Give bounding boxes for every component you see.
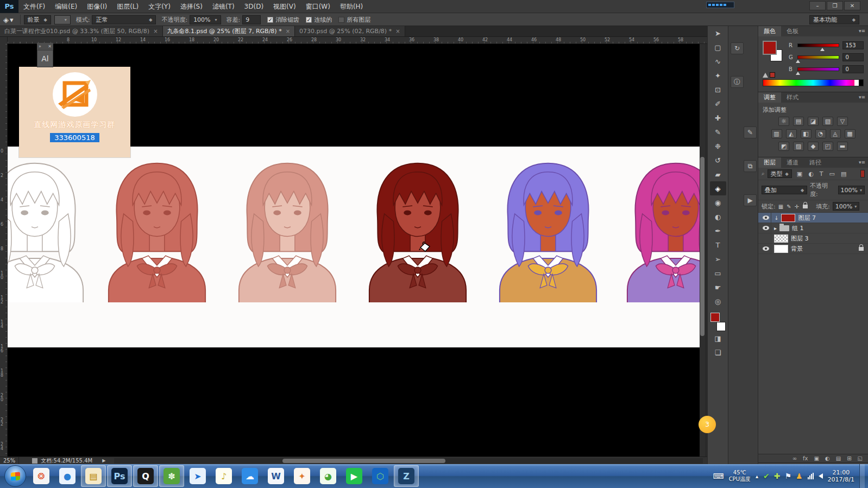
slider-G[interactable] (797, 55, 839, 59)
clock[interactable]: 21:002017/8/1 (828, 469, 854, 483)
layer-opacity-dropdown[interactable]: 100%▾ (838, 186, 865, 194)
pinwheel-app-icon[interactable]: ❂ (29, 465, 54, 487)
value-B[interactable]: 0 (842, 65, 864, 73)
adjustment-layer-icon[interactable]: ◐ (825, 455, 830, 461)
pen-tool[interactable]: ✒ (710, 224, 726, 238)
panel-close-icon[interactable]: ✕ (48, 44, 52, 49)
visibility-cell[interactable] (760, 213, 771, 223)
filter-icon[interactable]: ◐ (808, 170, 814, 178)
tolerance-input[interactable]: 9 (242, 15, 261, 24)
pattern-swatch-dropdown[interactable]: ▾ (54, 15, 71, 24)
filter-icon[interactable]: ▭ (829, 170, 835, 178)
checkbox-所有图层[interactable]: ✓所有图层 (338, 16, 370, 24)
qq-icon[interactable]: Q (133, 465, 158, 487)
close-button[interactable]: ✕ (844, 1, 860, 10)
filter-kind-dropdown[interactable]: 类型◆ (768, 169, 792, 178)
quick-mask-icon[interactable]: ◨ (710, 331, 726, 345)
vertical-scrollbar[interactable] (700, 44, 705, 457)
checkbox-mark[interactable]: ✓ (306, 17, 312, 23)
slider-thumb[interactable] (796, 72, 800, 75)
history-brush-tool[interactable]: ↺ (710, 153, 726, 167)
zoom-tool[interactable]: ◎ (710, 294, 726, 308)
menu-item-文件(F)[interactable]: 文件(F) (18, 0, 50, 13)
value-G[interactable]: 0 (842, 53, 864, 61)
adjustment-icon[interactable]: ▬ (837, 142, 848, 151)
iqiyi-icon[interactable]: ▶ (342, 465, 367, 487)
hand-tool[interactable]: ☛ (710, 280, 726, 294)
slider-B[interactable] (797, 67, 839, 71)
adjustment-icon[interactable]: ◧ (801, 129, 812, 138)
new-layer-icon[interactable]: ⊞ (847, 455, 851, 461)
lasso-tool[interactable]: ∿ (710, 54, 726, 68)
clone-source-panel-icon[interactable]: ⧉ (744, 160, 757, 172)
document-tab[interactable]: 白菜一课程作业010.psd @ 33.3% (图层 50, RGB/8)× (0, 26, 163, 36)
slider-thumb[interactable] (796, 60, 800, 63)
lock-icon[interactable]: ✎ (787, 204, 791, 210)
panel-menu-icon[interactable]: ▾≡ (859, 28, 865, 34)
slider-thumb[interactable] (820, 48, 825, 51)
tab-路径[interactable]: 路径 (804, 157, 827, 168)
move-tool[interactable]: ➤ (710, 26, 726, 40)
word-icon[interactable]: W (263, 465, 288, 487)
expand-triangle-icon[interactable]: ▸ (774, 225, 777, 231)
adjustment-icon[interactable]: ◆ (808, 142, 819, 151)
crop-tool[interactable]: ⊡ (710, 83, 726, 97)
filter-icon[interactable]: ▤ (841, 170, 846, 178)
menu-item-文字(Y)[interactable]: 文字(Y) (143, 0, 175, 13)
layer-style-icon[interactable]: fx (803, 455, 808, 461)
adjustment-icon[interactable]: ▦ (845, 129, 856, 138)
tab-颜色[interactable]: 颜色 (758, 26, 781, 36)
tray-expand-icon[interactable]: ▴ (756, 473, 758, 479)
type-tool[interactable]: T (710, 238, 726, 252)
panel-menu-icon[interactable]: ▾≡ (859, 94, 865, 100)
explorer-icon[interactable]: ▤ (81, 465, 106, 487)
visibility-cell[interactable] (760, 223, 771, 233)
lmeos-icon[interactable]: ⬡ (368, 465, 393, 487)
adjustment-icon[interactable]: ▽ (837, 117, 848, 126)
start-button[interactable] (4, 465, 26, 487)
filter-icon[interactable]: ▣ (797, 170, 802, 178)
brush-panel-icon[interactable]: ✎ (744, 126, 757, 138)
tab-样式[interactable]: 样式 (781, 92, 804, 103)
eye-icon[interactable] (763, 246, 769, 251)
layer-row[interactable]: ↓图层 7 (758, 213, 868, 223)
link-layers-icon[interactable]: ∞ (792, 455, 797, 461)
eyedropper-tool[interactable]: ✐ (710, 97, 726, 111)
dodge-tool[interactable]: ◐ (710, 210, 726, 224)
eye-icon[interactable] (763, 216, 769, 220)
zoom-level[interactable]: 25% (0, 457, 19, 465)
paint-bucket-options-icon[interactable]: ◈▾ (0, 16, 17, 24)
adjustment-icon[interactable]: ◔ (815, 129, 826, 138)
blur-tool[interactable]: ◉ (710, 195, 726, 210)
tab-close-icon[interactable]: × (395, 28, 400, 34)
eye-icon[interactable] (763, 226, 769, 230)
tab-通道[interactable]: 通道 (781, 157, 804, 168)
restore-button[interactable]: ❐ (827, 1, 843, 10)
layer-row[interactable]: 图层 3 (758, 233, 868, 244)
history-panel-icon[interactable]: ↻ (731, 42, 744, 54)
checkbox-mark[interactable]: ✓ (338, 17, 344, 23)
checkbox-消除锯齿[interactable]: ✓消除锯齿 (267, 16, 299, 24)
photoshop-icon[interactable]: Ps (107, 465, 132, 487)
browser-blue-icon[interactable]: ● (55, 465, 80, 487)
background-color-swatch[interactable] (716, 322, 726, 331)
checkbox-mark[interactable]: ✓ (267, 17, 273, 23)
adjustment-icon[interactable]: ▤ (793, 117, 804, 126)
brush-tool[interactable]: ✎ (710, 125, 726, 139)
floating-panel-label[interactable]: Al (37, 50, 53, 67)
value-R[interactable]: 153 (842, 41, 864, 49)
shield-icon[interactable]: ✔ (763, 472, 770, 480)
zhixian-icon[interactable]: Z (394, 465, 419, 487)
green-ball-icon[interactable]: ✚ (774, 472, 781, 480)
adjustment-icon[interactable]: ◬ (830, 129, 841, 138)
thunder-icon[interactable]: ➤ (185, 465, 210, 487)
web-color-swatch[interactable] (770, 72, 775, 78)
show-desktop-button[interactable] (859, 464, 865, 488)
tab-色板[interactable]: 色板 (781, 26, 804, 36)
adjustment-icon[interactable]: ▧ (822, 117, 833, 126)
color-swatches[interactable] (763, 41, 784, 62)
menu-item-图层(L)[interactable]: 图层(L) (112, 0, 143, 13)
lock-all-icon[interactable] (803, 205, 808, 208)
volume-icon[interactable] (819, 473, 823, 479)
menu-item-滤镜(T)[interactable]: 滤镜(T) (207, 0, 240, 13)
